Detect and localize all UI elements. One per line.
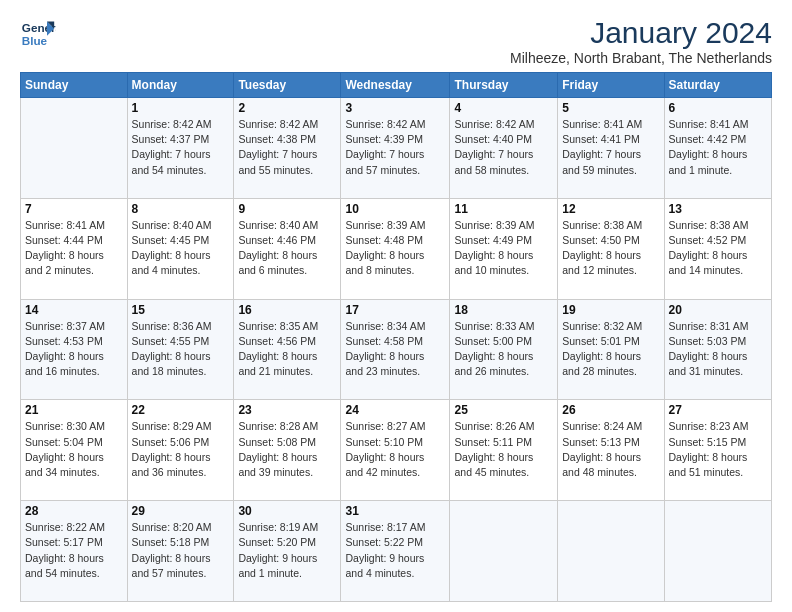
calendar-week-row: 1Sunrise: 8:42 AMSunset: 4:37 PMDaylight… bbox=[21, 98, 772, 199]
day-number: 4 bbox=[454, 101, 553, 115]
calendar-table: Sunday Monday Tuesday Wednesday Thursday… bbox=[20, 72, 772, 602]
calendar-week-row: 21Sunrise: 8:30 AMSunset: 5:04 PMDayligh… bbox=[21, 400, 772, 501]
day-number: 2 bbox=[238, 101, 336, 115]
day-info: Sunrise: 8:38 AMSunset: 4:50 PMDaylight:… bbox=[562, 218, 659, 279]
day-number: 18 bbox=[454, 303, 553, 317]
logo: General Blue bbox=[20, 16, 56, 52]
calendar-cell: 17Sunrise: 8:34 AMSunset: 4:58 PMDayligh… bbox=[341, 299, 450, 400]
col-tuesday: Tuesday bbox=[234, 73, 341, 98]
calendar-cell: 23Sunrise: 8:28 AMSunset: 5:08 PMDayligh… bbox=[234, 400, 341, 501]
col-thursday: Thursday bbox=[450, 73, 558, 98]
calendar-cell: 9Sunrise: 8:40 AMSunset: 4:46 PMDaylight… bbox=[234, 198, 341, 299]
header: General Blue January 2024 Milheeze, Nort… bbox=[20, 16, 772, 66]
day-info: Sunrise: 8:22 AMSunset: 5:17 PMDaylight:… bbox=[25, 520, 123, 581]
calendar-week-row: 28Sunrise: 8:22 AMSunset: 5:17 PMDayligh… bbox=[21, 501, 772, 602]
day-number: 29 bbox=[132, 504, 230, 518]
day-info: Sunrise: 8:42 AMSunset: 4:37 PMDaylight:… bbox=[132, 117, 230, 178]
day-number: 31 bbox=[345, 504, 445, 518]
col-monday: Monday bbox=[127, 73, 234, 98]
day-number: 7 bbox=[25, 202, 123, 216]
calendar-cell: 7Sunrise: 8:41 AMSunset: 4:44 PMDaylight… bbox=[21, 198, 128, 299]
col-saturday: Saturday bbox=[664, 73, 771, 98]
day-info: Sunrise: 8:42 AMSunset: 4:38 PMDaylight:… bbox=[238, 117, 336, 178]
calendar-cell: 6Sunrise: 8:41 AMSunset: 4:42 PMDaylight… bbox=[664, 98, 771, 199]
day-info: Sunrise: 8:40 AMSunset: 4:45 PMDaylight:… bbox=[132, 218, 230, 279]
logo-icon: General Blue bbox=[20, 16, 56, 52]
calendar-cell: 31Sunrise: 8:17 AMSunset: 5:22 PMDayligh… bbox=[341, 501, 450, 602]
day-number: 28 bbox=[25, 504, 123, 518]
day-info: Sunrise: 8:33 AMSunset: 5:00 PMDaylight:… bbox=[454, 319, 553, 380]
day-number: 23 bbox=[238, 403, 336, 417]
calendar-cell: 18Sunrise: 8:33 AMSunset: 5:00 PMDayligh… bbox=[450, 299, 558, 400]
day-number: 6 bbox=[669, 101, 767, 115]
day-info: Sunrise: 8:20 AMSunset: 5:18 PMDaylight:… bbox=[132, 520, 230, 581]
day-number: 20 bbox=[669, 303, 767, 317]
day-info: Sunrise: 8:40 AMSunset: 4:46 PMDaylight:… bbox=[238, 218, 336, 279]
calendar-cell bbox=[450, 501, 558, 602]
calendar-cell: 25Sunrise: 8:26 AMSunset: 5:11 PMDayligh… bbox=[450, 400, 558, 501]
day-number: 10 bbox=[345, 202, 445, 216]
calendar-cell: 8Sunrise: 8:40 AMSunset: 4:45 PMDaylight… bbox=[127, 198, 234, 299]
calendar-cell: 19Sunrise: 8:32 AMSunset: 5:01 PMDayligh… bbox=[558, 299, 664, 400]
day-number: 19 bbox=[562, 303, 659, 317]
day-number: 1 bbox=[132, 101, 230, 115]
calendar-week-row: 7Sunrise: 8:41 AMSunset: 4:44 PMDaylight… bbox=[21, 198, 772, 299]
day-number: 11 bbox=[454, 202, 553, 216]
day-info: Sunrise: 8:41 AMSunset: 4:42 PMDaylight:… bbox=[669, 117, 767, 178]
day-info: Sunrise: 8:35 AMSunset: 4:56 PMDaylight:… bbox=[238, 319, 336, 380]
calendar-header-row: Sunday Monday Tuesday Wednesday Thursday… bbox=[21, 73, 772, 98]
day-info: Sunrise: 8:27 AMSunset: 5:10 PMDaylight:… bbox=[345, 419, 445, 480]
day-number: 24 bbox=[345, 403, 445, 417]
calendar-cell: 2Sunrise: 8:42 AMSunset: 4:38 PMDaylight… bbox=[234, 98, 341, 199]
day-info: Sunrise: 8:19 AMSunset: 5:20 PMDaylight:… bbox=[238, 520, 336, 581]
calendar-cell bbox=[21, 98, 128, 199]
day-number: 8 bbox=[132, 202, 230, 216]
calendar-cell: 11Sunrise: 8:39 AMSunset: 4:49 PMDayligh… bbox=[450, 198, 558, 299]
day-info: Sunrise: 8:42 AMSunset: 4:39 PMDaylight:… bbox=[345, 117, 445, 178]
calendar-cell: 1Sunrise: 8:42 AMSunset: 4:37 PMDaylight… bbox=[127, 98, 234, 199]
day-number: 9 bbox=[238, 202, 336, 216]
calendar-cell: 16Sunrise: 8:35 AMSunset: 4:56 PMDayligh… bbox=[234, 299, 341, 400]
day-number: 17 bbox=[345, 303, 445, 317]
day-number: 5 bbox=[562, 101, 659, 115]
day-number: 13 bbox=[669, 202, 767, 216]
day-info: Sunrise: 8:42 AMSunset: 4:40 PMDaylight:… bbox=[454, 117, 553, 178]
calendar-cell: 27Sunrise: 8:23 AMSunset: 5:15 PMDayligh… bbox=[664, 400, 771, 501]
calendar-cell: 20Sunrise: 8:31 AMSunset: 5:03 PMDayligh… bbox=[664, 299, 771, 400]
calendar-cell: 24Sunrise: 8:27 AMSunset: 5:10 PMDayligh… bbox=[341, 400, 450, 501]
calendar-week-row: 14Sunrise: 8:37 AMSunset: 4:53 PMDayligh… bbox=[21, 299, 772, 400]
day-number: 15 bbox=[132, 303, 230, 317]
day-info: Sunrise: 8:34 AMSunset: 4:58 PMDaylight:… bbox=[345, 319, 445, 380]
day-info: Sunrise: 8:28 AMSunset: 5:08 PMDaylight:… bbox=[238, 419, 336, 480]
calendar-cell bbox=[558, 501, 664, 602]
calendar-cell: 12Sunrise: 8:38 AMSunset: 4:50 PMDayligh… bbox=[558, 198, 664, 299]
col-friday: Friday bbox=[558, 73, 664, 98]
calendar-cell: 3Sunrise: 8:42 AMSunset: 4:39 PMDaylight… bbox=[341, 98, 450, 199]
day-number: 25 bbox=[454, 403, 553, 417]
col-sunday: Sunday bbox=[21, 73, 128, 98]
day-info: Sunrise: 8:24 AMSunset: 5:13 PMDaylight:… bbox=[562, 419, 659, 480]
svg-text:Blue: Blue bbox=[22, 34, 48, 47]
day-info: Sunrise: 8:17 AMSunset: 5:22 PMDaylight:… bbox=[345, 520, 445, 581]
day-number: 27 bbox=[669, 403, 767, 417]
calendar-cell: 14Sunrise: 8:37 AMSunset: 4:53 PMDayligh… bbox=[21, 299, 128, 400]
calendar-cell: 26Sunrise: 8:24 AMSunset: 5:13 PMDayligh… bbox=[558, 400, 664, 501]
day-number: 30 bbox=[238, 504, 336, 518]
day-info: Sunrise: 8:31 AMSunset: 5:03 PMDaylight:… bbox=[669, 319, 767, 380]
calendar-cell: 13Sunrise: 8:38 AMSunset: 4:52 PMDayligh… bbox=[664, 198, 771, 299]
day-info: Sunrise: 8:41 AMSunset: 4:41 PMDaylight:… bbox=[562, 117, 659, 178]
day-info: Sunrise: 8:26 AMSunset: 5:11 PMDaylight:… bbox=[454, 419, 553, 480]
calendar-cell: 30Sunrise: 8:19 AMSunset: 5:20 PMDayligh… bbox=[234, 501, 341, 602]
calendar-cell bbox=[664, 501, 771, 602]
calendar-cell: 22Sunrise: 8:29 AMSunset: 5:06 PMDayligh… bbox=[127, 400, 234, 501]
day-info: Sunrise: 8:32 AMSunset: 5:01 PMDaylight:… bbox=[562, 319, 659, 380]
day-number: 12 bbox=[562, 202, 659, 216]
calendar-cell: 21Sunrise: 8:30 AMSunset: 5:04 PMDayligh… bbox=[21, 400, 128, 501]
calendar-cell: 15Sunrise: 8:36 AMSunset: 4:55 PMDayligh… bbox=[127, 299, 234, 400]
day-number: 21 bbox=[25, 403, 123, 417]
calendar-cell: 29Sunrise: 8:20 AMSunset: 5:18 PMDayligh… bbox=[127, 501, 234, 602]
day-number: 16 bbox=[238, 303, 336, 317]
title-block: January 2024 Milheeze, North Brabant, Th… bbox=[510, 16, 772, 66]
day-info: Sunrise: 8:39 AMSunset: 4:48 PMDaylight:… bbox=[345, 218, 445, 279]
day-number: 22 bbox=[132, 403, 230, 417]
